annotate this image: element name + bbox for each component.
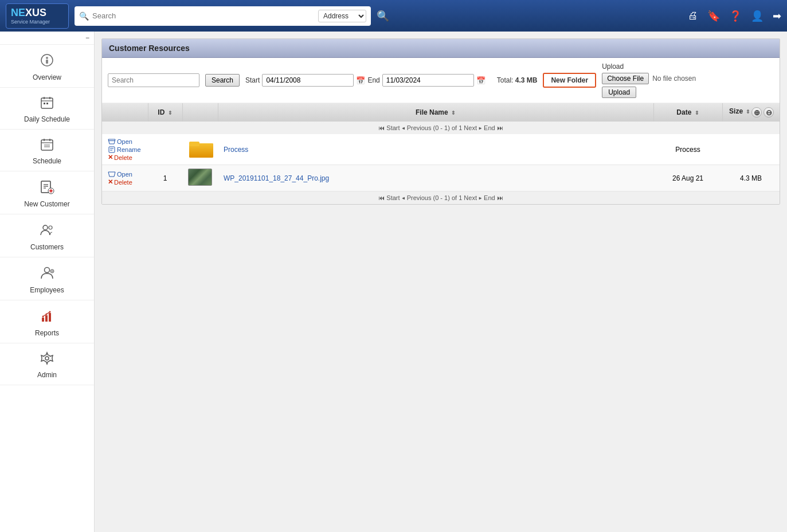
folder-date-cell: Process <box>653 134 722 165</box>
svg-point-33 <box>49 311 51 313</box>
zoom-in-icon[interactable]: ⊕ <box>751 107 762 118</box>
start-calendar-icon[interactable]: 📅 <box>356 76 365 85</box>
end-calendar-icon[interactable]: 📅 <box>476 76 485 85</box>
panel-toolbar: Search Start 📅 End 📅 Total: 4.3 MB New F… <box>102 58 780 103</box>
sidebar-item-new-customer[interactable]: New Customer <box>0 171 94 214</box>
sidebar-item-employees[interactable]: Employees <box>0 257 94 300</box>
new-folder-button[interactable]: New Folder <box>543 73 596 88</box>
file-thumb-cell <box>182 165 218 191</box>
svg-rect-8 <box>46 103 48 104</box>
customer-resources-panel: Customer Resources Search Start 📅 End 📅 … <box>101 38 780 205</box>
folder-actions-cell: Open Rename ✕ Delete <box>102 134 148 165</box>
zoom-out-icon[interactable]: ⊖ <box>763 107 774 118</box>
sidebar-item-schedule[interactable]: Schedule <box>0 130 94 171</box>
svg-rect-2 <box>46 60 48 64</box>
svg-rect-7 <box>44 103 45 104</box>
resource-search-input[interactable] <box>108 73 199 87</box>
svg-point-22 <box>43 225 48 230</box>
date-range: Start 📅 End 📅 <box>245 74 485 87</box>
logout-icon[interactable]: ➡ <box>773 10 781 22</box>
folder-rename-action[interactable]: Rename <box>108 146 142 154</box>
svg-rect-41 <box>189 142 199 146</box>
sidebar-item-overview-label: Overview <box>33 73 61 81</box>
search-bar: 🔍 Address Customer Employee Order <box>75 6 371 26</box>
file-actions-cell: Open ✕ Delete <box>102 165 148 191</box>
search-input[interactable] <box>92 11 315 20</box>
file-thumbnail <box>188 169 212 186</box>
content-area: Customer Resources Search Start 📅 End 📅 … <box>95 32 787 532</box>
folder-delete-action[interactable]: ✕ Delete <box>108 154 142 161</box>
sidebar-item-daily-schedule-label: Daily Schedule <box>24 115 70 123</box>
search-type-select[interactable]: Address Customer Employee Order <box>318 10 366 22</box>
search-icon[interactable]: 🔍 <box>377 10 389 22</box>
logo-xus: XUS <box>25 7 46 18</box>
nav-icons: 🖨 🔖 ❓ 👤 ➡ <box>688 10 781 22</box>
admin-icon <box>40 351 54 369</box>
panel-title: Customer Resources <box>109 44 190 53</box>
folder-filename-cell: Process <box>218 134 653 165</box>
reports-icon <box>40 308 54 327</box>
svg-rect-30 <box>49 313 51 322</box>
folder-thumb-cell <box>182 134 218 165</box>
svg-point-34 <box>45 357 49 360</box>
search-icon-small: 🔍 <box>79 11 89 21</box>
pagination-top-row: ⏮ Start ◀ Previous (0 - 1) of 1 Next ▶ E… <box>102 122 780 134</box>
svg-rect-36 <box>109 147 115 152</box>
folder-id-cell <box>148 134 182 165</box>
user-icon[interactable]: 👤 <box>751 10 763 22</box>
sidebar-item-admin-label: Admin <box>37 371 57 379</box>
overview-icon <box>40 53 54 71</box>
resource-search-button[interactable]: Search <box>205 74 240 87</box>
folder-name-link[interactable]: Process <box>224 146 248 154</box>
main-layout: − Overview Daily Schedule Schedule New C… <box>0 32 787 532</box>
file-id-cell: 1 <box>148 165 182 191</box>
choose-file-button[interactable]: Choose File <box>602 73 649 84</box>
pagination-bottom: ⏮ Start ◀ Previous (0 - 1) of 1 Next ▶ E… <box>378 194 503 201</box>
col-filename: File Name ⇕ <box>218 103 653 122</box>
file-date-cell: 26 Aug 21 <box>653 165 722 191</box>
customers-icon <box>40 222 54 241</box>
schedule-icon <box>40 138 54 155</box>
svg-point-32 <box>46 314 48 315</box>
print-icon[interactable]: 🖨 <box>688 10 698 22</box>
logo-sub: Service Manager <box>11 19 50 25</box>
file-delete-action[interactable]: ✕ Delete <box>108 178 142 186</box>
sidebar-item-daily-schedule[interactable]: Daily Schedule <box>0 88 94 130</box>
sidebar-collapse-btn[interactable]: − <box>0 32 94 45</box>
col-date: Date ⇕ <box>653 103 722 122</box>
no-file-text: No file chosen <box>652 75 696 83</box>
total-label: Total: 4.3 MB <box>497 76 538 84</box>
file-name-link[interactable]: WP_20191101_18_27_44_Pro.jpg <box>224 174 329 182</box>
svg-rect-29 <box>45 315 48 322</box>
svg-point-31 <box>42 316 44 318</box>
panel-header: Customer Resources <box>102 39 780 58</box>
table-row: Open Rename ✕ Delete <box>102 134 780 165</box>
table-row: Open ✕ Delete 1 WP_20191101_18 <box>102 165 780 191</box>
col-actions <box>102 103 148 122</box>
sidebar-item-customers-label: Customers <box>30 243 64 251</box>
upload-section: Upload Choose File No file chosen Upload <box>602 62 696 98</box>
file-size-cell: 4.3 MB <box>722 165 780 191</box>
sidebar-item-customers[interactable]: Customers <box>0 214 94 257</box>
sidebar-item-schedule-label: Schedule <box>33 157 61 165</box>
sidebar-item-reports[interactable]: Reports <box>0 300 94 343</box>
svg-point-24 <box>45 268 50 273</box>
daily-schedule-icon <box>40 96 54 113</box>
new-customer-icon <box>40 179 54 198</box>
end-date-input[interactable] <box>382 74 474 87</box>
employees-icon <box>40 265 54 284</box>
file-open-action[interactable]: Open <box>108 170 142 178</box>
end-label: End <box>367 76 379 84</box>
file-filename-cell: WP_20191101_18_27_44_Pro.jpg <box>218 165 653 191</box>
start-date-input[interactable] <box>262 74 354 87</box>
folder-open-action[interactable]: Open <box>108 138 142 146</box>
col-size: Size ⇕ ⊕ ⊖ <box>722 103 780 122</box>
sidebar: − Overview Daily Schedule Schedule New C… <box>0 32 95 532</box>
sidebar-item-overview[interactable]: Overview <box>0 45 94 88</box>
upload-button[interactable]: Upload <box>602 87 636 98</box>
sidebar-item-admin[interactable]: Admin <box>0 343 94 385</box>
sidebar-item-new-customer-label: New Customer <box>24 200 69 208</box>
help-icon[interactable]: ❓ <box>729 10 742 22</box>
folder-thumbnail <box>189 139 211 157</box>
bookmark-icon[interactable]: 🔖 <box>707 10 720 22</box>
